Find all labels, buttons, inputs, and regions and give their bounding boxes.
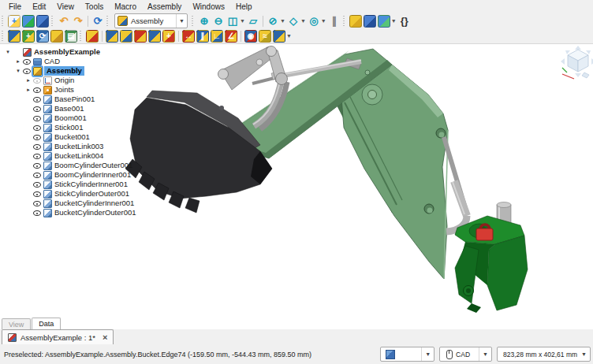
joint-perpendicular-icon[interactable]: ∟ (211, 30, 223, 43)
axonometric-view-icon[interactable]: ◇ (287, 15, 300, 28)
visibility-eye-icon[interactable] (32, 95, 42, 103)
navigation-style-combo[interactable]: CAD ▼ (439, 347, 492, 362)
new-document-icon[interactable]: + (8, 15, 21, 28)
joint-cylindrical-icon[interactable] (134, 30, 147, 43)
boom-cylinder-part[interactable] (444, 137, 467, 232)
joint-parallel-icon[interactable]: ∥ (196, 30, 209, 43)
save-document-icon[interactable] (36, 15, 49, 28)
toolbar-grip[interactable] (106, 16, 110, 26)
visibility-eye-icon[interactable] (32, 76, 42, 84)
visibility-eye-icon[interactable] (32, 152, 42, 160)
tree-row[interactable]: ▾ Assembly (2, 66, 136, 76)
document-tab[interactable]: AssemblyExample : 1* × (2, 329, 114, 344)
chevron-down-icon[interactable]: ▼ (240, 18, 245, 24)
chevron-down-icon[interactable]: ▼ (280, 18, 285, 24)
fit-all-icon[interactable]: ◫ (226, 15, 239, 28)
bucket-part[interactable] (125, 91, 272, 213)
toolbar-grip[interactable] (51, 16, 54, 26)
close-icon[interactable]: × (103, 334, 107, 341)
menu-item[interactable]: View (51, 1, 80, 13)
tree-row[interactable]: ▸ Joints (2, 85, 136, 95)
panels-folder-icon[interactable] (364, 15, 376, 28)
insert-component-icon[interactable]: + (22, 30, 35, 43)
joint-ball-icon[interactable]: + (162, 30, 175, 43)
workbench-selector[interactable]: Assembly ▼ (114, 13, 188, 28)
zoom-out-icon[interactable]: ⊖ (212, 15, 225, 28)
toolbar-grip[interactable] (192, 16, 195, 26)
tree-row[interactable]: BucketCylinderOuter001 (2, 208, 136, 217)
tree-row[interactable]: Boom001 (2, 113, 136, 123)
menu-item[interactable]: File (3, 1, 27, 13)
joint-distance-icon[interactable]: ↔ (182, 30, 195, 43)
visibility-eye-icon[interactable] (32, 209, 42, 217)
menu-item[interactable]: Assembly (142, 1, 187, 13)
draw-style-combo[interactable]: ▼ (380, 347, 434, 362)
visibility-eye-icon[interactable] (22, 67, 32, 75)
tree-row[interactable]: BucketLink003 (2, 142, 136, 151)
chevron-down-icon[interactable]: ▼ (300, 18, 306, 24)
macro-icon[interactable] (349, 15, 362, 28)
tab-view[interactable]: View (2, 318, 31, 330)
bill-of-materials-icon[interactable]: ▤ (65, 30, 77, 43)
refresh-icon[interactable]: ⟳ (91, 15, 104, 28)
open-document-icon[interactable] (22, 15, 35, 28)
tree-row[interactable]: BucketCylinderInner001 (2, 199, 136, 208)
visibility-eye-icon[interactable] (32, 162, 42, 169)
undo-icon[interactable]: ↶ (58, 15, 70, 28)
redo-icon[interactable]: ↷ (72, 15, 84, 28)
joint-fixed-icon[interactable] (106, 30, 118, 43)
visibility-eye-icon[interactable] (32, 180, 42, 188)
menu-item[interactable]: Macro (109, 1, 142, 13)
toolbar-grip[interactable] (80, 31, 83, 41)
zoom-in-icon[interactable]: ⊕ (198, 15, 211, 28)
visibility-eye-icon[interactable] (32, 190, 42, 198)
tree-expander-icon[interactable]: ▸ (24, 85, 32, 95)
tree-row[interactable]: ▸ Origin (2, 76, 136, 85)
joint-belt-icon[interactable]: ≈ (259, 30, 271, 43)
measure-icon[interactable]: ∥ (328, 15, 341, 28)
create-part-icon[interactable] (50, 30, 63, 43)
tree-row[interactable]: ▸ CAD (2, 57, 136, 66)
menu-item[interactable]: Edit (27, 1, 51, 13)
visibility-eye-icon[interactable] (32, 133, 42, 141)
joint-angle-icon[interactable]: ∠ (225, 30, 237, 43)
tree-expander-icon[interactable]: ▾ (14, 66, 22, 76)
zoom-tools-icon[interactable]: ◎ (308, 15, 320, 28)
tree-row[interactable]: Bucket001 (2, 132, 136, 142)
visibility-eye-icon[interactable] (32, 143, 42, 150)
tree-expander-icon[interactable]: ▸ (14, 57, 22, 66)
solve-assembly-icon[interactable]: ⟳ (36, 30, 49, 43)
toolbar-grip[interactable] (343, 16, 346, 26)
tree-row[interactable]: ▾ AssemblyExample (2, 47, 136, 57)
joint-gear-belt-icon[interactable] (273, 30, 285, 43)
joint-slider-icon[interactable] (148, 30, 161, 43)
visibility-eye-icon[interactable] (32, 105, 42, 113)
tree-row[interactable]: BucketLink004 (2, 151, 136, 161)
tree-row[interactable]: BoomCylinderInner001 (2, 170, 136, 180)
menu-item[interactable]: Tools (80, 1, 109, 13)
tree-row[interactable]: StickCylinderInner001 (2, 180, 136, 189)
tree-row[interactable]: BoomCylinderOuter001 (2, 161, 136, 170)
create-assembly-icon[interactable] (8, 30, 21, 43)
visibility-eye-icon[interactable] (32, 171, 42, 179)
tree-expander-icon[interactable]: ▸ (24, 76, 32, 85)
joint-gears-icon[interactable]: ◉ (244, 30, 257, 43)
tab-data[interactable]: Data (32, 318, 61, 330)
toolbar-grip[interactable] (2, 16, 5, 26)
joint-revolute-icon[interactable] (120, 30, 132, 43)
toolbar-grip[interactable] (2, 31, 5, 41)
visibility-eye-icon[interactable] (22, 58, 32, 65)
share-view-icon[interactable] (378, 15, 390, 28)
chevron-down-icon[interactable]: ▼ (391, 18, 397, 24)
view-size-combo[interactable]: 823,28 mm x 402,61 mm ▼ (497, 347, 591, 362)
visibility-eye-icon[interactable] (32, 114, 42, 122)
tree-expander-icon[interactable]: ▾ (4, 47, 12, 57)
menu-item[interactable]: Windows (187, 1, 230, 13)
visibility-eye-icon[interactable] (32, 124, 42, 132)
chevron-down-icon[interactable]: ▼ (321, 18, 326, 24)
toggle-grounded-icon[interactable] (86, 30, 99, 43)
visibility-eye-icon[interactable] (32, 86, 42, 94)
draw-style-icon[interactable]: ⊘ (267, 15, 279, 28)
chevron-down-icon[interactable]: ▼ (286, 33, 292, 39)
menu-item[interactable]: Help (230, 1, 258, 13)
